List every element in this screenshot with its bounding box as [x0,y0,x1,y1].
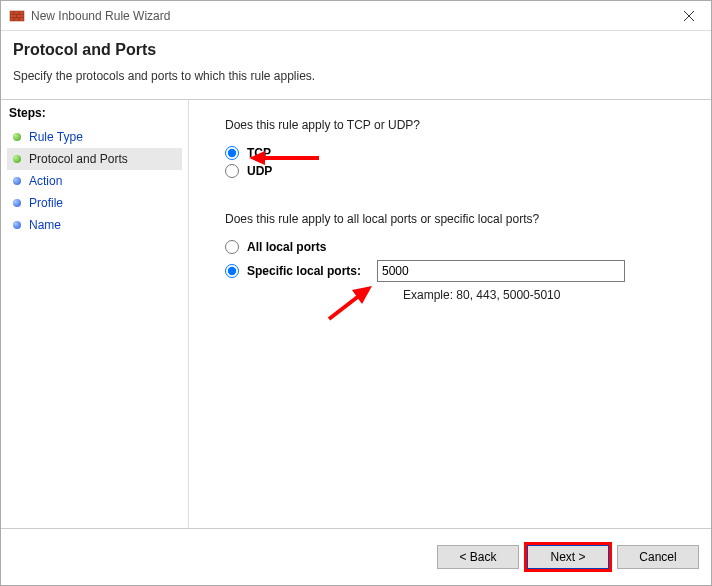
udp-label: UDP [247,164,272,178]
page-description: Specify the protocols and ports to which… [13,69,699,83]
step-bullet-icon [13,199,21,207]
svg-rect-0 [10,11,24,21]
step-bullet-icon [13,221,21,229]
tcp-label: TCP [247,146,271,160]
step-protocol-ports[interactable]: Protocol and Ports [7,148,182,170]
step-label: Name [29,218,61,232]
tcp-radio[interactable] [225,146,239,160]
page-title: Protocol and Ports [13,41,699,59]
ports-example: Example: 80, 443, 5000-5010 [403,288,687,302]
all-ports-radio[interactable] [225,240,239,254]
page-header: Protocol and Ports Specify the protocols… [1,31,711,99]
step-action[interactable]: Action [7,170,182,192]
specific-ports-input[interactable] [377,260,625,282]
next-button-label: Next > [550,550,585,564]
cancel-button-label: Cancel [639,550,676,564]
specific-ports-label: Specific local ports: [247,264,361,278]
all-ports-option[interactable]: All local ports [225,240,687,254]
firewall-icon [9,8,25,24]
step-bullet-icon [13,177,21,185]
wizard-window: New Inbound Rule Wizard Protocol and Por… [0,0,712,586]
next-button[interactable]: Next > [527,545,609,569]
step-name[interactable]: Name [7,214,182,236]
titlebar: New Inbound Rule Wizard [1,1,711,31]
ports-group: All local ports Specific local ports: Ex… [225,240,687,302]
step-label: Profile [29,196,63,210]
cancel-button[interactable]: Cancel [617,545,699,569]
step-label: Rule Type [29,130,83,144]
step-bullet-icon [13,133,21,141]
all-ports-label: All local ports [247,240,326,254]
step-profile[interactable]: Profile [7,192,182,214]
udp-option[interactable]: UDP [225,164,687,178]
step-label: Protocol and Ports [29,152,128,166]
specific-ports-option[interactable]: Specific local ports: [225,260,687,282]
body-row: Steps: Rule Type Protocol and Ports Acti… [1,99,711,529]
tcp-option[interactable]: TCP [225,146,687,160]
steps-panel: Steps: Rule Type Protocol and Ports Acti… [1,100,189,528]
close-button[interactable] [667,2,711,30]
ports-question: Does this rule apply to all local ports … [225,212,687,226]
footer: < Back Next > Cancel [1,529,711,585]
close-icon [684,11,694,21]
protocol-question: Does this rule apply to TCP or UDP? [225,118,687,132]
steps-title: Steps: [9,106,180,120]
udp-radio[interactable] [225,164,239,178]
step-bullet-icon [13,155,21,163]
content-panel: Does this rule apply to TCP or UDP? TCP … [189,100,711,528]
step-label: Action [29,174,62,188]
back-button-label: < Back [459,550,496,564]
window-title: New Inbound Rule Wizard [31,9,667,23]
protocol-group: TCP UDP [225,146,687,178]
back-button[interactable]: < Back [437,545,519,569]
step-rule-type[interactable]: Rule Type [7,126,182,148]
specific-ports-radio[interactable] [225,264,239,278]
